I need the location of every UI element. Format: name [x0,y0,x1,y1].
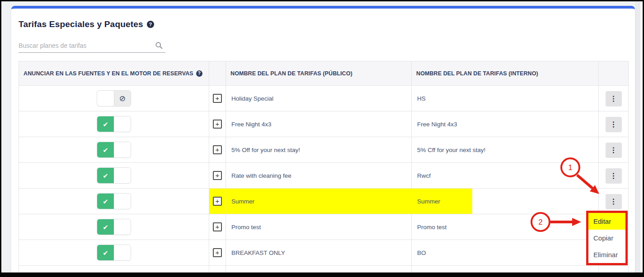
help-icon[interactable]: ? [147,21,154,28]
blocked-icon: ⊘ [119,95,126,102]
row-actions-kebab-button[interactable]: ⋮ [606,91,622,106]
expand-row-button[interactable]: + [213,120,222,129]
check-icon: ✔ [103,121,108,128]
internal-name-cell: BO [412,240,599,265]
check-icon: ✔ [103,147,108,153]
announce-toggle[interactable]: ✔⊘ [97,194,131,209]
rate-plans-table: ANUNCIAR EN LAS FUENTES Y EN EL MOTOR DE… [19,61,629,272]
scrollbar-track[interactable] [635,1,640,272]
help-icon[interactable]: ? [196,70,202,77]
internal-name-cell: 5% Cff for your next stay! [412,137,599,162]
menu-item-eliminar[interactable]: Eliminar [588,246,625,263]
announce-toggle[interactable]: ✔⊘ [97,168,131,183]
internal-name-cell: Free Night 4x3 [412,111,599,137]
row-context-menu: Editar Copiar Eliminar [586,211,628,265]
header-public: NOMBRE DEL PLAN DE TARIFAS (PÚBLICO) [226,61,412,85]
title-row: Tarifas Especiales y Paquetes ? [19,19,635,29]
table-row: ✔⊘ + Free Night 4x3 Free Night 4x3 ⋮ [19,111,628,137]
check-icon: ✔ [103,172,108,179]
announce-toggle[interactable]: ✔⊘ [97,116,131,132]
internal-name-cell: Summer [412,189,599,214]
expand-row-button[interactable]: + [213,171,222,180]
expand-row-button[interactable]: + [213,222,222,231]
expand-row-button[interactable]: + [213,94,222,103]
header-announce: ANUNCIAR EN LAS FUENTES Y EN EL MOTOR DE… [19,61,209,85]
expand-row-button[interactable]: + [213,145,222,154]
header-expand [209,61,226,85]
search-input[interactable] [19,39,150,52]
announce-toggle[interactable]: ✔⊘ [97,245,131,260]
public-name-cell: Rate with cleaning fee [226,163,412,188]
internal-name-cell: Promo test [412,214,599,240]
internal-name-cell: HS [412,86,599,111]
table-row: ✔⊘ + BREAKFAST ONLY BO ⋮ [19,240,628,266]
table-row-summer-highlighted: ✔⊘ + Summer Summer ⋮ [19,189,628,214]
page-title: Tarifas Especiales y Paquetes [19,19,143,29]
menu-item-editar[interactable]: Editar [588,213,625,230]
rates-card: Tarifas Especiales y Paquetes ? ANUNCIAR… [11,6,635,272]
expand-row-button[interactable]: + [213,197,222,206]
table-row: ✔⊘ + Holiday Special HS ⋮ [19,86,628,111]
check-icon: ✔ [103,249,108,256]
public-name-cell: 5% Off for your next stay! [226,137,412,162]
table-row-partial [19,266,628,272]
announce-toggle[interactable]: ✔⊘ [97,219,131,235]
window-edge [640,1,643,272]
internal-name-cell: Rwcf [412,163,599,188]
check-icon: ✔ [103,224,108,231]
announce-toggle[interactable]: ✔⊘ [97,142,131,157]
header-internal: NOMBRE DEL PLAN DE TARIFAS (INTERNO) [412,61,599,85]
public-name-cell: Holiday Special [226,86,412,111]
table-header-row: ANUNCIAR EN LAS FUENTES Y EN EL MOTOR DE… [19,61,628,86]
row-actions-kebab-button[interactable]: ⋮ [606,117,622,132]
public-name-cell: Summer [226,189,412,214]
table-row: ✔⊘ + Promo test Promo test ⋮ [19,214,628,240]
announce-toggle[interactable]: ✔⊘ [97,91,131,106]
row-actions-kebab-button[interactable]: ⋮ [606,143,622,157]
public-name-cell: Promo test [226,214,412,240]
public-name-cell: Free Night 4x3 [226,111,412,137]
public-name-cell: BREAKFAST ONLY [226,240,412,265]
page-frame: Tarifas Especiales y Paquetes ? ANUNCIAR… [0,0,644,277]
table-row: ✔⊘ + Rate with cleaning fee Rwcf ⋮ [19,163,628,189]
check-icon: ✔ [103,198,108,205]
menu-item-copiar[interactable]: Copiar [588,230,625,246]
search-box [19,39,165,53]
row-actions-kebab-button[interactable]: ⋮ [606,168,622,183]
row-actions-kebab-button[interactable]: ⋮ [606,194,622,209]
table-row: ✔⊘ + 5% Off for your next stay! 5% Cff f… [19,137,628,163]
header-actions [599,61,628,85]
expand-row-button[interactable]: + [213,248,222,257]
search-icon [155,42,163,49]
